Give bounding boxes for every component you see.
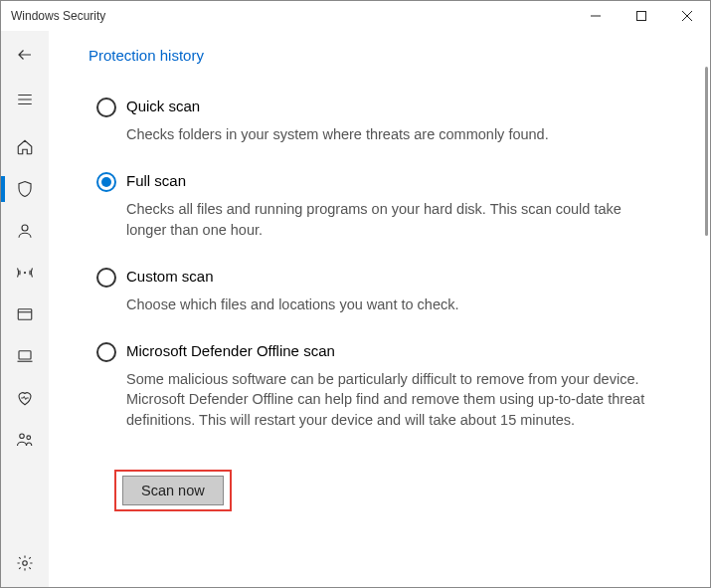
nav-account-protection[interactable]	[1, 210, 49, 252]
maximize-button[interactable]	[619, 1, 664, 31]
scan-now-button[interactable]: Scan now	[122, 476, 224, 505]
option-title: Microsoft Defender Offline scan	[126, 342, 650, 359]
radio-quick[interactable]	[96, 98, 116, 117]
laptop-icon	[16, 347, 34, 365]
nav-home[interactable]	[1, 126, 49, 168]
svg-rect-0	[637, 12, 646, 21]
svg-rect-3	[18, 309, 32, 320]
window-control-buttons	[573, 1, 710, 31]
family-icon	[16, 431, 34, 449]
sidebar	[1, 31, 49, 587]
close-icon	[682, 11, 692, 21]
nav-virus-protection[interactable]	[1, 168, 49, 210]
close-button[interactable]	[664, 1, 710, 31]
titlebar: Windows Security	[1, 1, 710, 31]
minimize-icon	[591, 11, 601, 21]
option-title: Quick scan	[126, 98, 650, 114]
window-title: Windows Security	[11, 9, 105, 23]
svg-point-6	[27, 436, 31, 440]
home-icon	[16, 138, 34, 156]
nav-firewall[interactable]	[1, 252, 49, 294]
gear-icon	[16, 554, 34, 572]
nav-family-options[interactable]	[1, 419, 49, 461]
option-desc: Checks folders in your system where thre…	[126, 124, 650, 144]
app-window: Windows Security	[0, 0, 711, 588]
radio-offline[interactable]	[96, 342, 116, 362]
radio-custom[interactable]	[96, 268, 116, 288]
main-content: Protection history Quick scanChecks fold…	[49, 31, 710, 587]
protection-history-link[interactable]: Protection history	[89, 47, 670, 64]
app-window-icon	[16, 305, 34, 323]
option-title: Full scan	[126, 172, 650, 189]
nav-device-performance[interactable]	[1, 377, 49, 419]
scrollbar-thumb[interactable]	[705, 67, 708, 236]
scan-options: Quick scanChecks folders in your system …	[89, 98, 670, 430]
signal-icon	[15, 264, 35, 282]
back-button[interactable]	[1, 31, 49, 79]
heart-icon	[16, 389, 34, 407]
svg-point-1	[22, 225, 28, 231]
scan-option-offline[interactable]: Microsoft Defender Offline scanSome mali…	[96, 342, 670, 430]
nav-settings[interactable]	[1, 539, 49, 587]
option-desc: Checks all files and running programs on…	[126, 199, 650, 240]
nav-device-security[interactable]	[1, 335, 49, 377]
menu-button[interactable]	[1, 79, 49, 120]
hamburger-icon	[16, 91, 34, 108]
scan-now-highlight: Scan now	[114, 470, 232, 511]
radio-full[interactable]	[96, 172, 116, 192]
minimize-button[interactable]	[573, 1, 619, 31]
scan-option-quick[interactable]: Quick scanChecks folders in your system …	[96, 98, 670, 144]
shield-icon	[16, 180, 34, 198]
maximize-icon	[636, 11, 646, 21]
scan-option-full[interactable]: Full scanChecks all files and running pr…	[96, 172, 670, 240]
scan-option-custom[interactable]: Custom scanChoose which files and locati…	[96, 268, 670, 314]
person-icon	[16, 222, 34, 240]
svg-point-7	[23, 561, 28, 566]
svg-rect-4	[19, 351, 31, 359]
svg-point-5	[20, 434, 25, 439]
nav-app-browser[interactable]	[1, 294, 49, 335]
back-arrow-icon	[16, 46, 34, 64]
option-desc: Some malicious software can be particula…	[126, 369, 650, 430]
svg-point-2	[24, 272, 26, 274]
option-title: Custom scan	[126, 268, 650, 285]
option-desc: Choose which files and locations you wan…	[126, 294, 650, 314]
